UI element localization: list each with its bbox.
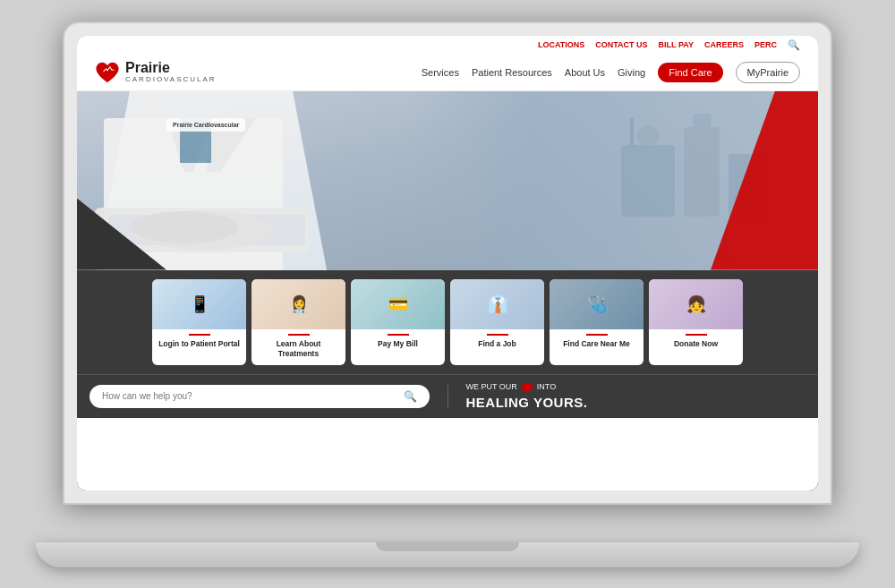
donate-icon: 👧 xyxy=(686,294,706,314)
top-navigation: LOCATIONS CONTACT US BILL PAY CAREERS PE… xyxy=(77,36,818,91)
svg-rect-4 xyxy=(630,118,634,145)
card-label-find-care: Find Care Near Me xyxy=(550,329,644,355)
nav-services[interactable]: Services xyxy=(422,67,459,78)
svg-rect-5 xyxy=(693,114,711,127)
search-section: 🔍 xyxy=(90,385,448,408)
stethoscope-icon: 🩺 xyxy=(587,294,607,314)
action-card-treatments[interactable]: 👩‍⚕️ Learn About Treatments xyxy=(251,279,345,365)
action-card-donate[interactable]: 👧 Donate Now xyxy=(649,279,743,365)
nav-link-contact[interactable]: CONTACT US xyxy=(595,40,647,49)
nav-giving[interactable]: Giving xyxy=(618,67,645,78)
nav-link-locations[interactable]: LOCATIONS xyxy=(538,40,584,49)
hero-section: Prairie Cardiovascular xyxy=(77,91,818,270)
top-nav-lower: Prairie CARDIOVASCULAR Services Patient … xyxy=(95,55,800,90)
laptop-base xyxy=(36,542,859,567)
search-box[interactable]: 🔍 xyxy=(90,385,430,408)
card-image-patient-portal: 📱 xyxy=(152,279,246,329)
screen-bezel: LOCATIONS CONTACT US BILL PAY CAREERS PE… xyxy=(77,36,818,490)
svg-point-13 xyxy=(131,211,238,243)
nav-patient-resources[interactable]: Patient Resources xyxy=(472,67,552,78)
nav-link-careers[interactable]: CAREERS xyxy=(704,40,744,49)
bill-icon: 💳 xyxy=(388,294,408,314)
card-label-donate: Donate Now xyxy=(649,329,743,355)
card-image-treatments: 👩‍⚕️ xyxy=(251,279,345,329)
tagline-section: WE PUT OUR INTO HEALING YOURS. xyxy=(448,382,806,412)
doctor-icon: 👩‍⚕️ xyxy=(289,294,309,314)
logo-name: Prairie xyxy=(125,60,217,76)
laptop-notch xyxy=(376,542,519,551)
bottom-bar: 🔍 WE PUT OUR INTO xyxy=(77,374,818,419)
logo: Prairie CARDIOVASCULAR xyxy=(95,60,217,85)
card-image-find-care: 🩺 xyxy=(550,279,644,329)
svg-rect-1 xyxy=(684,127,720,217)
svg-rect-0 xyxy=(621,145,675,217)
card-image-pay-bill: 💳 xyxy=(351,279,445,329)
logo-text: Prairie CARDIOVASCULAR xyxy=(125,60,217,83)
card-label-pay-bill: Pay My Bill xyxy=(351,329,445,355)
logo-subtitle: CARDIOVASCULAR xyxy=(125,76,217,84)
tagline-heart-icon xyxy=(521,382,533,394)
search-input[interactable] xyxy=(102,391,396,401)
card-label-patient-portal: Login to Patient Portal xyxy=(152,329,246,355)
tagline-top-line: WE PUT OUR INTO xyxy=(466,382,588,394)
search-magnifier-icon: 🔍 xyxy=(404,390,417,403)
nav-about[interactable]: About Us xyxy=(565,67,605,78)
nav-link-billpay[interactable]: BILL PAY xyxy=(659,40,694,49)
logo-heart-icon xyxy=(95,60,120,85)
phone-icon: 📱 xyxy=(190,294,209,314)
card-image-find-job: 👔 xyxy=(450,279,544,329)
nav-link-perc[interactable]: PERC xyxy=(754,40,777,49)
tagline-bottom-line: HEALING YOURS. xyxy=(466,394,588,412)
laptop-outer: LOCATIONS CONTACT US BILL PAY CAREERS PE… xyxy=(63,21,832,567)
screen-content: LOCATIONS CONTACT US BILL PAY CAREERS PE… xyxy=(77,36,818,490)
action-card-find-job[interactable]: 👔 Find a Job xyxy=(450,279,544,365)
quick-actions-section: 📱 Login to Patient Portal 👩‍⚕️ Learn Abo… xyxy=(77,270,818,374)
tagline-top-text: WE PUT OUR xyxy=(466,382,517,393)
branding-badge: Prairie Cardiovascular xyxy=(166,118,245,132)
myprairie-button[interactable]: MyPrairie xyxy=(736,62,800,83)
job-icon: 👔 xyxy=(488,294,507,314)
tagline: WE PUT OUR INTO HEALING YOURS. xyxy=(466,382,588,412)
find-care-button[interactable]: Find Care xyxy=(658,63,722,82)
action-card-find-care[interactable]: 🩺 Find Care Near Me xyxy=(550,279,644,365)
card-label-treatments: Learn About Treatments xyxy=(251,329,345,365)
laptop-body: LOCATIONS CONTACT US BILL PAY CAREERS PE… xyxy=(63,21,832,505)
tagline-into-text: INTO xyxy=(537,382,556,393)
action-card-patient-portal[interactable]: 📱 Login to Patient Portal xyxy=(152,279,246,365)
search-icon[interactable]: 🔍 xyxy=(788,39,800,51)
action-card-pay-bill[interactable]: 💳 Pay My Bill xyxy=(351,279,445,365)
card-label-find-job: Find a Job xyxy=(450,329,544,355)
card-image-donate: 👧 xyxy=(649,279,743,329)
top-nav-upper: LOCATIONS CONTACT US BILL PAY CAREERS PE… xyxy=(95,36,800,55)
main-nav-links: Services Patient Resources About Us Givi… xyxy=(422,62,800,83)
svg-point-3 xyxy=(637,125,659,147)
